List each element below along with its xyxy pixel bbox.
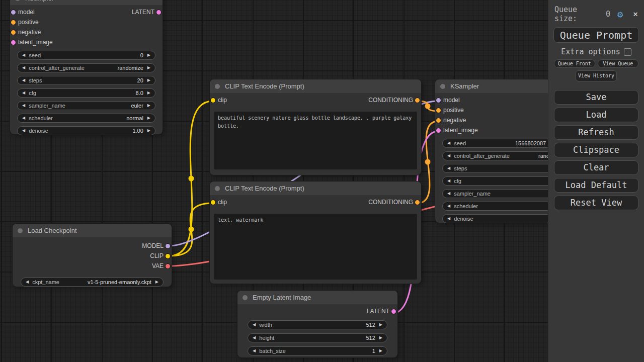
arrow-right-icon[interactable]: ▶ [379,349,382,353]
node-title-bar[interactable]: CLIP Text Encode (Prompt) [210,182,421,195]
node-title-bar[interactable]: Load Checkpoint [13,224,172,237]
widget-cfg[interactable]: ◀ cfg 8.0 ▶ [17,88,155,98]
output-port-model[interactable] [166,244,170,248]
input-port-model[interactable] [436,98,441,103]
input-port-negative[interactable] [11,30,16,35]
arrow-right-icon[interactable]: ▶ [147,78,150,82]
collapse-dot[interactable] [215,84,220,89]
node-title-bar[interactable]: KSampler [10,0,163,5]
collapse-dot[interactable] [440,84,445,89]
arrow-left-icon[interactable]: ◀ [26,280,29,284]
collapse-dot[interactable] [18,228,23,233]
node-title: KSampler [25,0,54,2]
arrow-left-icon[interactable]: ◀ [253,336,256,340]
arrow-left-icon[interactable]: ◀ [22,78,25,82]
arrow-right-icon[interactable]: ▶ [147,66,150,70]
arrow-left-icon[interactable]: ◀ [253,349,256,353]
output-label: CLIP [150,252,164,259]
clear-button[interactable]: Clear [554,160,638,175]
load-default-button[interactable]: Load Default [554,178,638,193]
output-port-latent[interactable] [156,10,161,15]
close-icon[interactable]: ✕ [633,10,638,18]
arrow-right-icon[interactable]: ▶ [379,323,382,327]
arrow-left-icon[interactable]: ◀ [447,204,450,208]
arrow-right-icon[interactable]: ▶ [147,104,150,108]
output-port-clip[interactable] [166,254,170,258]
widget-height[interactable]: ◀ height 512 ▶ [248,333,387,342]
node-ksampler-left[interactable]: KSampler model LATENT positive negative … [10,0,163,134]
widget-denoise[interactable]: ◀ denoise 1.00 ▶ [17,126,155,135]
load-button[interactable]: Load [554,108,638,122]
prompt-text-input[interactable]: beautiful scenery nature glass bottle la… [214,112,417,169]
input-label: clip [218,97,227,104]
arrow-left-icon[interactable]: ◀ [447,141,450,145]
extra-options-label: Extra options [561,47,620,56]
wire-midpoint-dot [189,227,194,232]
collapse-dot[interactable] [215,186,220,191]
arrow-left-icon[interactable]: ◀ [253,323,256,327]
clipspace-button[interactable]: Clipspace [554,143,638,157]
node-title: CLIP Text Encode (Prompt) [225,82,304,90]
prompt-text-input[interactable]: text, watermark [214,214,417,280]
output-port-latent[interactable] [391,309,396,314]
save-button[interactable]: Save [554,90,638,105]
input-port-positive[interactable] [436,108,441,113]
arrow-left-icon[interactable]: ◀ [22,116,25,120]
arrow-left-icon[interactable]: ◀ [22,53,25,57]
node-empty-latent-image[interactable]: Empty Latent Image LATENT ◀ width 512 ▶ … [237,291,397,357]
widget-control-after-generate[interactable]: ◀ control_after_generate randomize ▶ [17,63,155,72]
arrow-right-icon[interactable]: ▶ [147,91,150,95]
arrow-right-icon[interactable]: ▶ [155,280,158,284]
arrow-right-icon[interactable]: ▶ [379,336,382,340]
collapse-dot[interactable] [15,0,20,1]
arrow-right-icon[interactable]: ▶ [147,53,150,57]
input-port-latent-image[interactable] [11,40,16,45]
input-port-negative[interactable] [436,118,441,123]
input-port-latent-image[interactable] [436,128,441,133]
widget-ckpt-name[interactable]: ◀ ckpt_name v1-5-pruned-emaonly.ckpt ▶ [21,278,164,287]
node-title-bar[interactable]: CLIP Text Encode (Prompt) [210,79,421,93]
wire-midpoint-dot [189,176,194,182]
output-port-conditioning[interactable] [415,98,420,103]
refresh-button[interactable]: Refresh [554,125,638,140]
arrow-left-icon[interactable]: ◀ [447,179,450,183]
input-port-positive[interactable] [11,20,16,25]
widget-batch-size[interactable]: ◀ batch_size 1 ▶ [248,346,387,355]
arrow-left-icon[interactable]: ◀ [447,192,450,196]
widget-width[interactable]: ◀ width 512 ▶ [248,320,387,329]
arrow-left-icon[interactable]: ◀ [22,129,25,133]
arrow-left-icon[interactable]: ◀ [22,104,25,108]
widget-scheduler[interactable]: ◀ scheduler normal ▶ [17,114,155,123]
input-port-clip[interactable] [211,200,215,205]
view-queue-button[interactable]: View Queue [598,59,639,68]
node-title-bar[interactable]: Empty Latent Image [237,291,397,304]
arrow-right-icon[interactable]: ▶ [147,116,150,120]
settings-gear-icon[interactable]: ⚙ [617,10,623,19]
queue-front-button[interactable]: Queue Front [554,59,595,68]
node-clip-text-encode-negative[interactable]: CLIP Text Encode (Prompt) clip CONDITION… [210,182,421,284]
output-label: CONDITIONING [368,199,413,206]
widget-seed[interactable]: ◀ seed 0 ▶ [17,51,155,60]
collapse-dot[interactable] [243,295,248,300]
arrow-left-icon[interactable]: ◀ [447,217,450,221]
node-load-checkpoint[interactable]: Load Checkpoint MODEL CLIP VAE ◀ ckpt_na… [13,224,172,287]
extra-options-checkbox[interactable] [624,48,631,56]
node-graph-canvas[interactable]: KSampler model LATENT positive negative … [0,0,644,362]
queue-prompt-button[interactable]: Queue Prompt [553,27,639,43]
output-label: MODEL [142,242,164,249]
arrow-left-icon[interactable]: ◀ [22,91,25,95]
widget-steps[interactable]: ◀ steps 20 ▶ [17,76,155,85]
output-port-conditioning[interactable] [415,200,420,205]
arrow-left-icon[interactable]: ◀ [447,154,450,158]
arrow-left-icon[interactable]: ◀ [447,166,450,170]
widget-sampler-name[interactable]: ◀ sampler_name euler ▶ [17,101,155,110]
view-history-button[interactable]: View History [576,70,617,81]
input-port-clip[interactable] [211,98,215,103]
input-label: clip [218,199,227,206]
arrow-left-icon[interactable]: ◀ [22,66,25,70]
reset-view-button[interactable]: Reset View [554,196,638,210]
node-clip-text-encode-positive[interactable]: CLIP Text Encode (Prompt) clip CONDITION… [210,79,421,175]
output-port-vae[interactable] [166,264,170,268]
input-port-model[interactable] [11,10,16,15]
arrow-right-icon[interactable]: ▶ [147,129,150,133]
